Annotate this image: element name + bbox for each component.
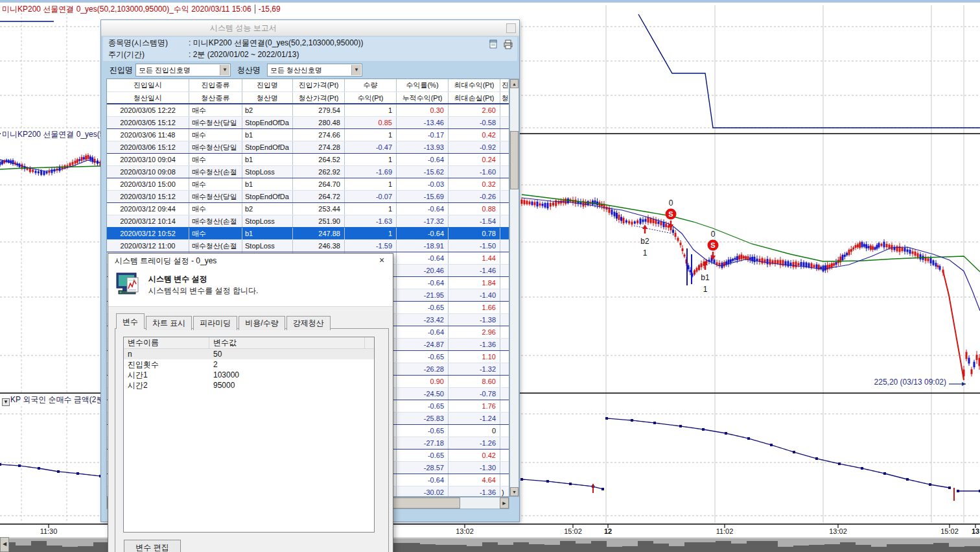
settings-header: 시스템 변수 설정 시스템식의 변수를 설정 합니다. (108, 268, 393, 307)
cell: -1.36 (449, 339, 500, 350)
column-header[interactable]: 수익(Pt) (345, 92, 397, 103)
cell: -30.02 (397, 486, 449, 497)
tab-변수[interactable]: 변수 (116, 313, 145, 329)
tab-차트 표시[interactable]: 차트 표시 (146, 316, 192, 330)
exit-filter-value: 모든 청산신호명 (270, 66, 322, 74)
cell: 4.64 (449, 474, 500, 486)
column-header[interactable]: 진입가격(Pt) (293, 79, 345, 91)
cell: 1 (345, 104, 397, 116)
entry-filter-select[interactable]: 모든 진입신호명▼ (135, 64, 231, 77)
column-header[interactable]: 진입종류 (189, 79, 242, 91)
cell (500, 314, 509, 326)
cell: -28.57 (397, 462, 449, 474)
trade-row[interactable]: 2020/03/12 11:00매수청산(손절StopLoss246.38-1.… (107, 239, 509, 252)
variable-row[interactable]: 시간295000 (124, 380, 374, 390)
exit-filter-select[interactable]: 모든 청산신호명▼ (267, 64, 362, 77)
cell (500, 326, 509, 338)
variable-row[interactable]: n50 (124, 349, 374, 359)
scroll-down-icon[interactable]: ▼ (510, 487, 519, 496)
cell (500, 437, 509, 449)
column-header[interactable]: 청산종류 (189, 92, 242, 103)
svg-text:1: 1 (643, 248, 648, 258)
trade-row[interactable]: 2020/03/05 12:22매수b2279.5410.302.60 (107, 104, 509, 116)
axis-tick-label: 12 (589, 527, 627, 535)
cell: -0.64 (397, 203, 449, 215)
column-header[interactable]: 청 (500, 92, 509, 103)
column-header[interactable]: 최대수익(Pt) (449, 79, 500, 91)
vertical-scroll-thumb[interactable] (510, 131, 519, 189)
cell: StopLoss (242, 215, 293, 227)
trade-row[interactable]: 2020/03/06 11:48매수b1274.661-0.170.42 (107, 128, 509, 141)
cell: -26.28 (397, 363, 449, 375)
variable-value: 103000 (209, 370, 365, 380)
cell: 매수청산(당일 (189, 141, 242, 153)
column-header[interactable]: 수익률(%) (397, 79, 449, 91)
print-icon[interactable] (503, 39, 513, 49)
column-header[interactable]: 최대손실(Pt) (449, 92, 500, 103)
column-header[interactable]: 진 (500, 79, 509, 91)
grid-header[interactable]: 변수값 (209, 337, 365, 348)
column-header[interactable]: 수량 (345, 79, 397, 91)
trade-row[interactable]: 2020/03/05 15:12매수청산(당일StopEndOfDa280.48… (107, 116, 509, 128)
axis-tick-label: 15:02 (554, 527, 592, 535)
close-icon[interactable]: × (376, 254, 388, 268)
tab-피라미딩[interactable]: 피라미딩 (193, 316, 237, 330)
tab-강제청산[interactable]: 강제청산 (286, 316, 331, 330)
cell: 매수청산(손절 (189, 166, 242, 178)
screen: b21b110S0S 미니KP200 선물연결 0_yes(50,2,10300… (0, 0, 980, 552)
report-filter-bar: 진입명 모든 진입신호명▼ 청산명 모든 청산신호명▼ (103, 61, 517, 78)
copy-icon[interactable] (488, 39, 498, 49)
chevron-down-icon[interactable]: ▼ (351, 65, 361, 75)
report-close-button[interactable] (506, 23, 516, 33)
cell (500, 228, 509, 239)
cell: -1.36 (449, 486, 500, 497)
cell: b1 (242, 154, 293, 165)
trade-row[interactable]: 2020/03/10 09:04매수b1264.521-0.640.24 (107, 153, 509, 165)
cell: -0.64 (397, 154, 449, 165)
cell: 2020/03/10 15:00 (107, 178, 189, 190)
cell: 0.30 (397, 104, 449, 116)
scroll-right-icon[interactable]: ▶ (500, 498, 509, 509)
cell: 8.60 (449, 376, 500, 387)
report-title-bar[interactable]: 시스템 성능 보고서 (101, 20, 519, 36)
cell: -15.69 (397, 191, 449, 202)
cell (500, 425, 509, 437)
navigator-left-arrow[interactable]: ◀ (0, 537, 9, 552)
tab-비용/수량[interactable]: 비용/수량 (239, 316, 285, 330)
trade-row[interactable]: 2020/03/12 10:14매수청산(손절StopLoss251.90-1.… (107, 215, 509, 227)
scroll-up-icon[interactable]: ▲ (510, 79, 519, 88)
trade-row[interactable]: 2020/03/10 09:08매수청산(손절StopLoss262.92-1.… (107, 165, 509, 178)
cell: -20.46 (397, 265, 449, 276)
equity-pane-title: 미니KP200 선물연결 0_yes(50,2,103000,95000)_수익… (2, 4, 281, 15)
trade-row[interactable]: 2020/03/12 09:44매수b2253.441-0.640.88 (107, 202, 509, 215)
edit-variables-button[interactable]: 변수 편집 (124, 540, 181, 552)
cell: -0.64 (397, 252, 449, 264)
column-header[interactable]: 청산명 (242, 92, 293, 103)
axis-tick-label: 11:30 (29, 527, 68, 535)
cell: -0.07 (345, 191, 397, 202)
trade-row[interactable]: 2020/03/12 10:52매수b1247.881-0.640.78 (107, 227, 509, 239)
trade-row[interactable]: 2020/03/06 15:12매수청산(당일StopEndOfDa274.28… (107, 141, 509, 153)
table-vertical-scrollbar[interactable]: ▲ ▼ (509, 78, 519, 497)
variable-row[interactable]: 시간1103000 (124, 370, 374, 380)
column-header[interactable]: 청산가격(Pt) (293, 92, 345, 103)
cell: -13.46 (397, 117, 449, 128)
equity-pane-title-text: 미니KP200 선물연결 0_yes(50,2,103000,95000)_수익… (2, 5, 251, 14)
cell: -0.64 (397, 474, 449, 486)
trade-row[interactable]: 2020/03/10 15:12매수청산(당일StopEndOfDa264.72… (107, 190, 509, 202)
trade-row[interactable]: 2020/03/10 15:00매수b1264.701-0.030.32 (107, 178, 509, 190)
cell (500, 388, 509, 400)
settings-title-bar[interactable]: 시스템 트레이딩 설정 - 0_yes × (108, 254, 393, 268)
column-header[interactable]: 청산일시 (107, 92, 189, 103)
chevron-down-icon[interactable]: ▼ (2, 398, 10, 406)
cell: -24.50 (397, 388, 449, 400)
cell: 0.90 (397, 376, 449, 387)
variable-value: 2 (209, 359, 365, 370)
chevron-down-icon[interactable]: ▼ (220, 65, 229, 75)
column-header[interactable]: 진입일시 (107, 79, 189, 91)
variable-row[interactable]: 진입횟수2 (124, 359, 374, 370)
grid-header[interactable]: 변수이름 (124, 337, 209, 348)
cell (500, 400, 509, 412)
column-header[interactable]: 진입명 (242, 79, 293, 91)
column-header[interactable]: 누적수익(Pt) (397, 92, 449, 103)
